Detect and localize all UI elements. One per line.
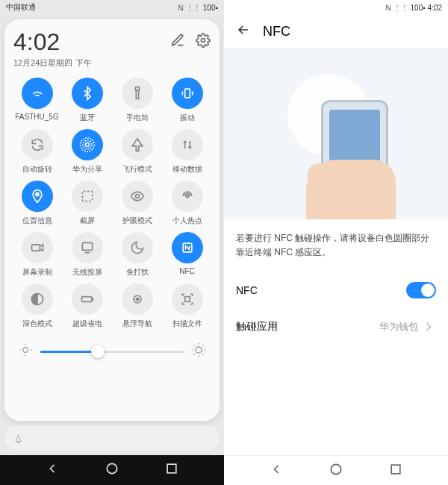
tile-bluetooth[interactable]: 蓝牙 [63,78,111,123]
touch-app-row[interactable]: 触碰应用 华为钱包 [224,309,448,345]
quick-settings-panel: 4:02 12月24日星期四 下午 FASTHU_5G蓝牙手电筒振动自动旋转华为… [4,19,220,421]
float-icon[interactable] [122,284,153,315]
nfc-toggle-label: NFC [236,284,258,296]
tile-label: 无线投屏 [72,267,102,278]
svg-point-6 [85,143,89,147]
svg-rect-12 [82,191,92,201]
tile-wifi[interactable]: FASTHU_5G [13,78,60,123]
share-icon[interactable] [72,129,103,160]
tile-label: 个人热点 [172,216,202,226]
nav-back-icon[interactable] [45,461,60,479]
hotspot-icon[interactable] [172,181,203,212]
battery-icon[interactable] [72,284,103,315]
tile-vibrate[interactable]: 振动 [164,78,211,123]
eye-icon[interactable] [122,181,153,212]
clock-time: 4:02 [13,28,170,56]
tile-share[interactable]: 华为分享 [63,129,111,175]
tile-flashlight[interactable]: 手电筒 [113,78,161,123]
tile-battery[interactable]: 超级省电 [63,284,111,329]
tile-float[interactable]: 悬浮导航 [113,284,161,329]
svg-point-11 [35,193,38,195]
tile-cast[interactable]: 无线投屏 [63,232,111,278]
status-icons: ℕ ⋮⋮ 100▪ 4:02 [385,4,442,12]
tile-record[interactable]: 屏幕录制 [13,232,60,278]
tile-airplane[interactable]: 飞行模式 [113,129,161,175]
flashlight-icon[interactable] [122,78,153,109]
clock-date: 12月24日星期四 下午 [13,57,170,69]
tile-hotspot[interactable]: 个人热点 [164,181,211,226]
tile-label: 位置信息 [22,216,52,226]
cast-icon[interactable] [72,232,103,263]
tile-data[interactable]: 移动数据 [164,129,211,175]
tile-scan[interactable]: 扫描文件 [164,284,211,329]
svg-point-39 [107,463,116,473]
tile-label: 屏幕录制 [22,267,52,278]
bluetooth-icon[interactable] [72,78,103,109]
svg-line-37 [194,354,195,354]
wifi-icon[interactable] [22,78,53,109]
tile-eye[interactable]: 护眼模式 [113,181,161,226]
tile-dark[interactable]: 深色模式 [13,284,60,329]
nfc-toggle[interactable] [406,282,436,298]
vibrate-icon[interactable] [172,78,203,109]
tile-label: 华为分享 [72,164,102,175]
screenshot-icon[interactable] [72,181,103,212]
tile-label: 手电筒 [126,113,149,123]
nav-recent-icon[interactable] [388,462,403,480]
location-icon[interactable] [22,181,53,212]
tile-dnd[interactable]: 免打扰 [113,232,161,278]
dnd-icon[interactable] [122,232,153,263]
tile-label: 扫描文件 [172,319,202,329]
tile-label: 移动数据 [172,164,202,175]
svg-rect-15 [31,245,40,251]
carrier-label: 中国联通 [6,2,178,13]
nav-bar [224,455,448,485]
nfc-toggle-row[interactable]: NFC [224,272,448,309]
nfc-description: 若要进行 NFC 触碰操作，请将设备白色圆圈部分靠近终端 NFC 感应区。 [224,219,448,272]
tile-nfc[interactable]: NFC [164,232,211,278]
brightness-slider[interactable] [40,351,184,353]
nav-home-icon[interactable] [105,461,119,479]
airplane-icon[interactable] [122,129,153,160]
tile-label: 免打扰 [126,267,149,278]
rotate-icon[interactable] [22,129,53,160]
nav-recent-icon[interactable] [164,461,179,479]
status-bar-right: ℕ ⋮⋮ 100▪ 4:02 [224,0,448,15]
brightness-slider-row [13,342,211,360]
svg-rect-42 [391,465,400,474]
nav-home-icon[interactable] [329,462,343,480]
svg-line-38 [202,345,203,346]
svg-point-13 [135,195,139,198]
tile-location[interactable]: 位置信息 [13,181,60,226]
tile-rotate[interactable]: 自动旋转 [13,129,60,175]
back-icon[interactable] [236,22,251,40]
chevron-right-icon [421,319,436,334]
svg-rect-16 [82,242,92,250]
nav-back-icon[interactable] [269,462,284,480]
notification-bar[interactable]: ⍙ [4,425,220,451]
svg-rect-3 [184,89,190,98]
record-icon[interactable] [22,232,53,263]
svg-rect-20 [81,297,91,302]
nav-bar [0,455,224,485]
tile-label: 自动旋转 [22,164,52,175]
scan-icon[interactable] [172,284,203,315]
tile-label: NFC [179,267,195,275]
data-icon[interactable] [172,129,203,160]
svg-point-23 [136,298,138,300]
usb-icon: ⍙ [15,431,22,445]
tile-label: 蓝牙 [80,113,95,123]
svg-rect-2 [136,90,138,99]
edit-icon[interactable] [170,33,185,51]
settings-icon[interactable] [196,33,211,51]
dark-icon[interactable] [22,284,53,315]
status-icons: ℕ ⋮⋮ 100▪ [178,4,218,12]
nfc-icon[interactable] [172,232,203,263]
svg-point-25 [23,348,28,353]
svg-line-34 [202,354,203,354]
tile-screenshot[interactable]: 截屏 [63,181,111,226]
tile-label: 振动 [180,113,195,123]
svg-point-14 [186,195,188,197]
svg-rect-40 [167,464,176,473]
status-bar-left: 中国联通 ℕ ⋮⋮ 100▪ [0,0,224,15]
